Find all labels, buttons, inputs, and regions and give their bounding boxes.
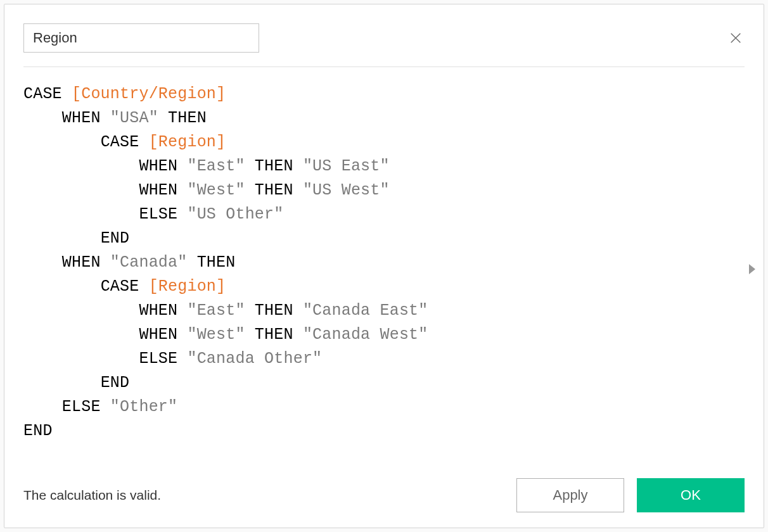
- keyword-token: WHEN: [139, 326, 187, 344]
- string-token: "Other": [110, 398, 177, 416]
- formula-line: CASE [Region]: [23, 275, 745, 299]
- string-token: "US East": [303, 157, 390, 175]
- formula-editor[interactable]: CASE [Country/Region] WHEN "USA" THEN CA…: [23, 82, 745, 443]
- keyword-token: ELSE: [62, 398, 110, 416]
- string-token: "US West": [303, 181, 390, 200]
- formula-line: ELSE "Canada Other": [23, 347, 745, 371]
- keyword-token: THEN: [158, 109, 207, 127]
- keyword-token: CASE: [101, 277, 149, 296]
- string-token: "East": [187, 157, 245, 175]
- button-group: Apply OK: [516, 478, 745, 512]
- formula-line: WHEN "Canada" THEN: [23, 251, 745, 275]
- formula-line: WHEN "East" THEN "US East": [23, 155, 745, 179]
- dialog-header: [23, 23, 745, 67]
- calc-name-input[interactable]: [23, 23, 259, 53]
- keyword-token: THEN: [187, 253, 235, 272]
- formula-editor-wrap: CASE [Country/Region] WHEN "USA" THEN CA…: [23, 73, 745, 467]
- chevron-right-icon: [748, 264, 756, 274]
- field-token: [Country/Region]: [72, 85, 226, 103]
- string-token: "USA": [110, 109, 158, 127]
- formula-line: END: [23, 419, 745, 443]
- keyword-token: ELSE: [139, 350, 187, 368]
- keyword-token: END: [101, 374, 130, 392]
- calculated-field-dialog: CASE [Country/Region] WHEN "USA" THEN CA…: [4, 4, 764, 528]
- keyword-token: WHEN: [62, 253, 110, 272]
- keyword-token: THEN: [245, 157, 303, 175]
- formula-line: END: [23, 371, 745, 395]
- formula-line: ELSE "US Other": [23, 203, 745, 227]
- formula-line: END: [23, 227, 745, 251]
- string-token: "Canada East": [303, 301, 428, 320]
- apply-button[interactable]: Apply: [516, 478, 624, 512]
- formula-line: WHEN "USA" THEN: [23, 106, 745, 130]
- string-token: "Canada Other": [187, 350, 322, 368]
- field-token: [Region]: [149, 277, 226, 296]
- string-token: "East": [187, 301, 245, 320]
- close-icon: [729, 31, 743, 45]
- keyword-token: WHEN: [139, 181, 187, 200]
- keyword-token: ELSE: [139, 205, 187, 224]
- field-token: [Region]: [149, 133, 226, 151]
- expand-reference-button[interactable]: [748, 264, 756, 277]
- formula-line: CASE [Region]: [23, 130, 745, 155]
- keyword-token: CASE: [23, 85, 72, 103]
- formula-line: WHEN "East" THEN "Canada East": [23, 299, 745, 323]
- keyword-token: END: [23, 422, 53, 440]
- string-token: "Canada": [110, 253, 188, 272]
- keyword-token: WHEN: [62, 109, 110, 127]
- validation-status: The calculation is valid.: [23, 488, 161, 503]
- keyword-token: THEN: [245, 181, 303, 200]
- formula-line: ELSE "Other": [23, 395, 745, 419]
- keyword-token: THEN: [245, 326, 303, 344]
- dialog-footer: The calculation is valid. Apply OK: [23, 478, 745, 512]
- keyword-token: THEN: [245, 301, 303, 320]
- string-token: "Canada West": [303, 326, 428, 344]
- keyword-token: WHEN: [139, 157, 187, 175]
- string-token: "West": [187, 181, 245, 200]
- formula-line: WHEN "West" THEN "US West": [23, 179, 745, 203]
- string-token: "West": [187, 326, 245, 344]
- close-button[interactable]: [727, 29, 745, 47]
- formula-line: CASE [Country/Region]: [23, 82, 745, 106]
- keyword-token: END: [101, 229, 130, 248]
- ok-button[interactable]: OK: [637, 478, 745, 512]
- keyword-token: WHEN: [139, 301, 187, 320]
- keyword-token: CASE: [101, 133, 149, 151]
- string-token: "US Other": [187, 205, 283, 224]
- formula-line: WHEN "West" THEN "Canada West": [23, 323, 745, 347]
